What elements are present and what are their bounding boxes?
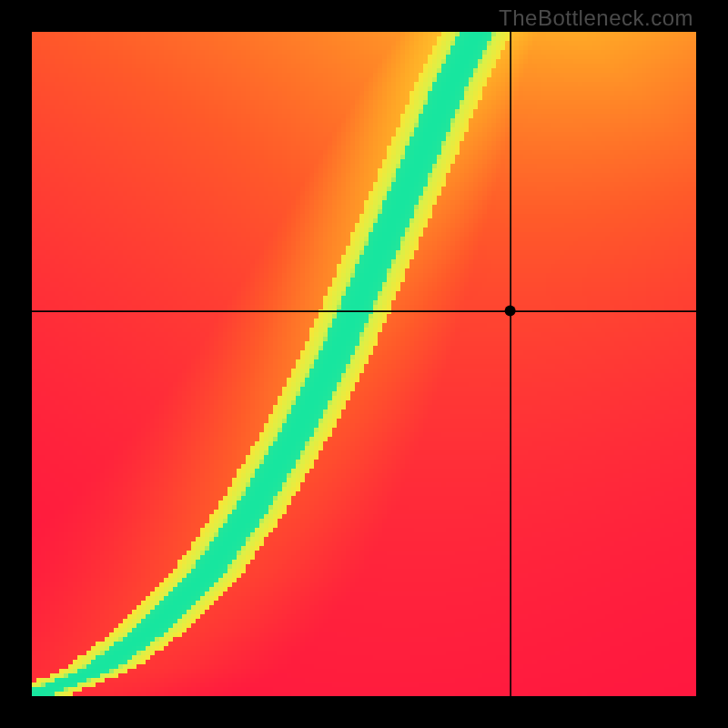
- overlay-canvas: [32, 32, 696, 696]
- chart-container: TheBottleneck.com: [0, 0, 728, 728]
- watermark-text: TheBottleneck.com: [499, 5, 693, 31]
